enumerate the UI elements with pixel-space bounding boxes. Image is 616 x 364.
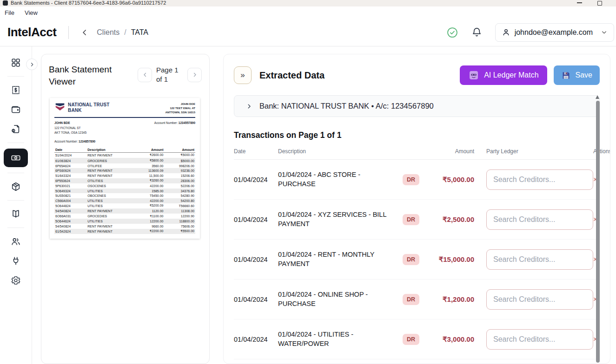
- sidebar-item-dashboard[interactable]: [7, 55, 25, 71]
- plug-icon: [11, 256, 21, 266]
- sidebar-divider: [7, 228, 24, 228]
- sidebar-divider: [7, 143, 24, 143]
- transaction-date: 01/04/2024: [234, 256, 278, 263]
- statement-row: 6P65A624OTILIFEE3560.00998206.00: [54, 163, 195, 169]
- dr-badge: DR: [403, 294, 419, 305]
- robot-icon: [468, 70, 479, 81]
- transaction-description: 01/04/2024 - XYZ SERVICES - BILL PAYMENT: [278, 210, 403, 228]
- sidebar-item-billing[interactable]: [7, 121, 25, 137]
- ai-ledger-match-button[interactable]: AI Ledger Match: [460, 65, 547, 85]
- sidebar-item-integrations[interactable]: [7, 253, 25, 269]
- statement-col-description: Description: [86, 147, 134, 153]
- transaction-amount: ₹3,000.00: [424, 335, 474, 344]
- chevron-right-icon: [246, 103, 252, 110]
- statement-rows: 51/94/2024RENT PAYMENT₹2600.00₹5000.0061…: [54, 152, 195, 234]
- bank-summary-accordion[interactable]: Bank: NATIONAL TRUST BANK • A/c: 1234567…: [234, 95, 600, 117]
- maximize-icon[interactable]: [596, 0, 602, 6]
- dashboard-grid-icon: [11, 58, 21, 68]
- menu-view[interactable]: View: [25, 9, 38, 16]
- sidebar-item-receipts[interactable]: [7, 82, 25, 98]
- app-window: Bank Statements - Client 87157604-6ee3-4…: [0, 0, 616, 364]
- party-ledger-input[interactable]: [486, 329, 593, 350]
- sidebar-item-bank-statements[interactable]: [4, 149, 28, 167]
- statement-row: C566A004UTILITIES42200.0054200.80: [54, 198, 195, 203]
- party-ledger-input[interactable]: [486, 249, 593, 270]
- party-ledger-input[interactable]: [486, 289, 593, 310]
- wallet-icon: [11, 104, 21, 115]
- sidebar-expand-button[interactable]: [26, 58, 38, 70]
- user-menu[interactable]: johndoe@example.com: [495, 23, 614, 42]
- statement-preview: NATIONAL TRUST BANK JOHN DOE 122 TEET EM…: [50, 98, 200, 239]
- statement-col-amount2: Amount: [164, 147, 195, 153]
- collapse-panel-button[interactable]: »: [234, 66, 252, 84]
- party-ledger-input[interactable]: [486, 169, 593, 190]
- party-ledger-input[interactable]: [486, 209, 593, 230]
- prev-page-button[interactable]: [138, 68, 152, 82]
- statement-addressee: JOHN DOE 122 TEET EMAL AT ANTTOWN, SSN 1…: [165, 102, 195, 115]
- col-amount: Amount: [424, 148, 474, 155]
- page-indicator: Page 1 of 1: [156, 65, 183, 84]
- sidebar-item-settings[interactable]: [7, 273, 25, 288]
- transaction-date: 01/04/2024: [234, 216, 278, 223]
- sidebar-divider: [7, 173, 24, 173]
- transactions-table-header: Date Description Amount Party Ledger Act…: [234, 148, 600, 160]
- statement-col-amount1: Amount: [134, 147, 165, 153]
- scrollbar-thumb[interactable]: [596, 101, 600, 363]
- receipt-icon: [11, 85, 21, 95]
- transaction-row: 01/04/2024 01/04/2024 - UTILITIES - WATE…: [234, 319, 600, 359]
- vertical-scrollbar[interactable]: [596, 95, 600, 364]
- minimize-icon[interactable]: [577, 0, 583, 6]
- transaction-row: 01/04/2024 01/04/2024 - XYZ SERVICES - B…: [234, 200, 600, 240]
- package-icon: [11, 182, 21, 192]
- sidebar-item-users[interactable]: [7, 234, 25, 249]
- statement-row: 51/643324RENT PAYMENT11,500.0015206.60: [54, 173, 195, 178]
- bell-icon[interactable]: [471, 27, 482, 38]
- breadcrumb-separator: /: [124, 28, 126, 37]
- next-page-button[interactable]: [187, 68, 202, 82]
- statement-bank-name: NATIONAL TRUST BANK: [68, 102, 110, 113]
- back-chevron-icon[interactable]: [80, 28, 89, 37]
- dr-badge: DR: [403, 214, 419, 225]
- transaction-row: 01/04/2024 01/04/2024 - ONLINE SHOP - PU…: [234, 280, 600, 319]
- statement-holder: JOHN BDE 122 FICTIONAL ST AKT TONA, OSA …: [54, 121, 86, 135]
- sidebar-item-wallet[interactable]: [7, 102, 25, 117]
- statement-row: 54/540824RENT PAYMENT1120.0011308.00: [54, 208, 195, 214]
- statement-row: 51/94/2024RENT PAYMENT₹2600.00₹5000.00: [54, 152, 195, 158]
- statement-row: 61/542624RENT PAYMENT₹2200.00₹5500.00: [54, 229, 195, 234]
- book-icon: [11, 209, 21, 219]
- main-area: Bank Statement Viewer Page 1 of 1 N: [0, 46, 616, 364]
- transaction-row: 01/04/2024 01/04/2024 - RENT - MONTHLY P…: [234, 240, 600, 280]
- transaction-amount: ₹1,200.00: [424, 295, 474, 304]
- file-coin-icon: [11, 124, 21, 134]
- save-button[interactable]: Save: [554, 65, 600, 85]
- window-titlebar: Bank Statements - Client 87157604-6ee3-4…: [0, 0, 616, 6]
- statement-row: 5O649324UTILITIES1585.0034376.80: [54, 188, 195, 194]
- statement-row: 5O644624UTILITIES12200.00118800.00: [54, 219, 195, 224]
- transaction-description: 01/04/2024 - UTILITIES - WATER/POWER: [278, 330, 403, 348]
- scroll-up-arrow-icon[interactable]: [596, 95, 599, 99]
- transaction-amount: ₹2,500.00: [424, 215, 474, 224]
- sidebar-nav: [0, 46, 32, 364]
- dr-badge: DR: [403, 334, 419, 345]
- col-party-ledger: Party Ledger: [486, 148, 593, 155]
- floppy-disk-icon: [561, 71, 571, 80]
- transaction-amount: ₹15,000.00: [424, 255, 474, 264]
- statement-account-top: Account Number: 1234557890: [154, 121, 195, 135]
- users-icon: [11, 236, 21, 247]
- transaction-date: 01/04/2024: [234, 296, 278, 303]
- transactions-section-title: Transactions on Page 1 of 1: [234, 130, 600, 140]
- sidebar-item-inventory[interactable]: [7, 179, 25, 195]
- statement-account-bottom: Account Number: 1234857890: [54, 140, 195, 143]
- sidebar-item-reports[interactable]: [7, 206, 25, 222]
- dr-badge: DR: [403, 254, 419, 265]
- statement-table: Date Description Amount Amount 51/94/202…: [54, 147, 195, 234]
- chevron-down-icon: [601, 29, 608, 36]
- breadcrumb-clients[interactable]: Clients: [97, 28, 119, 37]
- banknote-icon: [11, 153, 21, 163]
- breadcrumb-current[interactable]: TATA: [131, 28, 148, 37]
- statement-row: 5O644824UTILITIES₹5200.09T56660.60: [54, 203, 195, 209]
- extracted-data-panel: » Extracted Data AI Ledger Match Save Ba…: [223, 54, 610, 364]
- viewer-title: Bank Statement Viewer: [49, 64, 130, 88]
- menu-file[interactable]: File: [5, 9, 14, 16]
- menu-bar: File View: [0, 6, 616, 19]
